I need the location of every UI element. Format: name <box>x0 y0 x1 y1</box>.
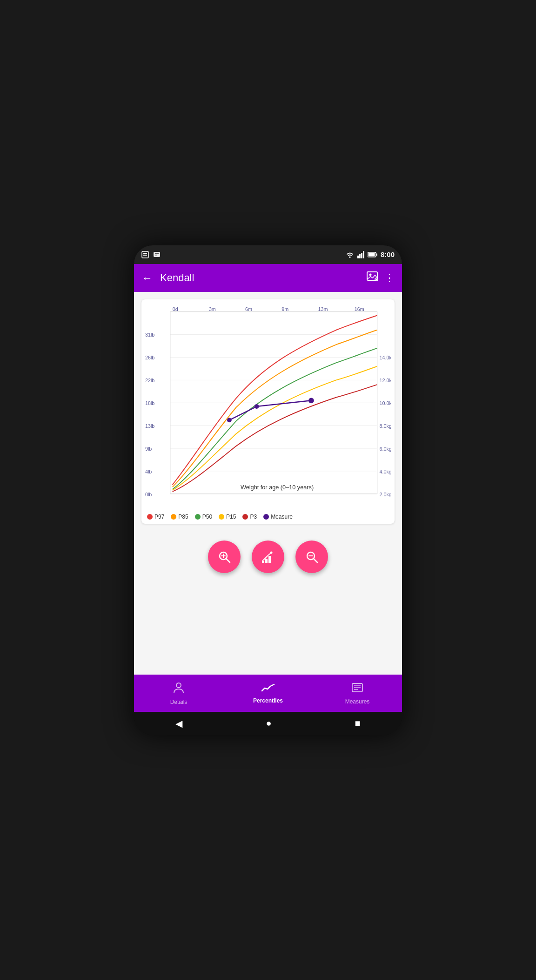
sim-icon <box>141 251 150 258</box>
status-right-icons: 8:00 <box>345 250 395 258</box>
legend-p97-dot <box>147 514 153 520</box>
svg-rect-60 <box>268 556 271 563</box>
system-home-button[interactable]: ● <box>266 718 271 729</box>
svg-rect-8 <box>359 254 361 258</box>
svg-text:18lb: 18lb <box>145 400 154 406</box>
legend-p85: P85 <box>171 514 188 520</box>
legend-p15-label: P15 <box>226 514 236 520</box>
nav-measures-icon <box>351 682 363 696</box>
legend-p85-label: P85 <box>178 514 188 520</box>
app-bar: ← Kendall ⋮ <box>134 264 402 292</box>
person-icon <box>172 681 185 694</box>
svg-text:8.0kg: 8.0kg <box>380 423 391 429</box>
wifi-icon <box>345 251 355 258</box>
svg-text:2.0kg: 2.0kg <box>380 491 391 497</box>
list-icon <box>351 682 363 694</box>
chart-legend: P97 P85 P50 P15 <box>145 510 391 520</box>
app-title: Kendall <box>160 272 359 284</box>
svg-line-55 <box>226 559 230 562</box>
legend-measure-label: Measure <box>271 514 293 520</box>
svg-rect-9 <box>361 253 362 258</box>
svg-text:6m: 6m <box>245 306 252 311</box>
svg-rect-13 <box>368 253 375 256</box>
app-bar-actions: ⋮ <box>367 271 395 284</box>
svg-rect-59 <box>265 559 268 563</box>
nav-measures[interactable]: Measures <box>313 682 402 705</box>
svg-rect-12 <box>376 253 377 256</box>
nav-details-label: Details <box>170 699 188 705</box>
svg-point-6 <box>349 257 350 258</box>
svg-rect-7 <box>357 256 359 258</box>
svg-point-65 <box>176 683 181 688</box>
legend-measure-dot <box>263 514 269 520</box>
notification-icon <box>153 251 161 258</box>
svg-rect-10 <box>363 251 364 258</box>
svg-point-15 <box>369 273 372 276</box>
svg-text:3m: 3m <box>209 306 216 311</box>
legend-p50-dot <box>195 514 201 520</box>
svg-text:12.0kg: 12.0kg <box>380 378 391 383</box>
zoom-in-fab[interactable] <box>208 541 241 573</box>
chart-type-fab[interactable] <box>252 541 284 573</box>
svg-rect-5 <box>155 255 157 256</box>
svg-text:0d: 0d <box>173 306 178 311</box>
status-bar: 8:00 <box>134 245 402 264</box>
svg-point-61 <box>270 551 273 554</box>
share-image-icon <box>367 271 379 282</box>
back-button[interactable]: ← <box>141 271 153 284</box>
fab-row <box>134 531 402 582</box>
legend-p50-label: P50 <box>202 514 212 520</box>
legend-p3-dot <box>242 514 248 520</box>
svg-rect-3 <box>154 252 160 257</box>
main-content: 0d 3m 6m 9m 13m 16m 0lb 4lb 9lb 13lb 18l… <box>134 292 402 675</box>
trend-icon <box>261 683 275 693</box>
chart-area: 0d 3m 6m 9m 13m 16m 0lb 4lb 9lb 13lb 18l… <box>145 305 391 510</box>
legend-measure: Measure <box>263 514 293 520</box>
growth-chart: 0d 3m 6m 9m 13m 16m 0lb 4lb 9lb 13lb 18l… <box>145 305 391 510</box>
svg-text:0lb: 0lb <box>145 491 152 497</box>
legend-p3: P3 <box>242 514 257 520</box>
status-time: 8:00 <box>381 250 395 258</box>
legend-p50: P50 <box>195 514 212 520</box>
legend-p85-dot <box>171 514 176 520</box>
nav-details-icon <box>172 681 185 697</box>
svg-rect-4 <box>155 253 159 254</box>
svg-point-48 <box>227 418 232 422</box>
nav-percentiles[interactable]: Percentiles <box>223 683 313 704</box>
svg-text:10.0kg: 10.0kg <box>380 400 391 406</box>
svg-text:Weight for age (0–10 years): Weight for age (0–10 years) <box>241 484 314 491</box>
legend-p15: P15 <box>219 514 236 520</box>
legend-p15-dot <box>219 514 224 520</box>
more-options-button[interactable]: ⋮ <box>384 272 395 284</box>
svg-line-63 <box>314 559 317 562</box>
svg-text:26lb: 26lb <box>145 355 154 360</box>
zoom-out-fab[interactable] <box>295 541 328 573</box>
legend-p97-label: P97 <box>154 514 164 520</box>
svg-text:14.0kg: 14.0kg <box>380 355 391 360</box>
chart-card: 0d 3m 6m 9m 13m 16m 0lb 4lb 9lb 13lb 18l… <box>141 299 395 524</box>
system-recent-button[interactable]: ■ <box>355 718 360 729</box>
nav-measures-label: Measures <box>345 698 370 705</box>
svg-text:16m: 16m <box>355 306 364 311</box>
svg-text:4lb: 4lb <box>145 468 152 474</box>
share-image-button[interactable] <box>367 271 379 284</box>
system-nav: ◀ ● ■ <box>134 712 402 735</box>
svg-text:6.0kg: 6.0kg <box>380 446 391 451</box>
svg-rect-2 <box>143 255 147 256</box>
nav-percentiles-label: Percentiles <box>253 697 283 704</box>
svg-text:22lb: 22lb <box>145 378 154 383</box>
nav-percentiles-icon <box>261 683 275 696</box>
phone-frame: 8:00 ← Kendall ⋮ <box>134 245 402 735</box>
svg-text:13m: 13m <box>318 306 328 311</box>
nav-details[interactable]: Details <box>134 681 223 705</box>
svg-text:13lb: 13lb <box>145 423 154 429</box>
legend-p97: P97 <box>147 514 164 520</box>
svg-rect-1 <box>143 253 147 254</box>
svg-text:9m: 9m <box>281 306 288 311</box>
svg-text:31lb: 31lb <box>145 332 154 338</box>
system-back-button[interactable]: ◀ <box>175 718 182 729</box>
battery-icon <box>368 252 378 257</box>
svg-text:4.0kg: 4.0kg <box>380 468 391 474</box>
bottom-nav: Details Percentiles <box>134 675 402 712</box>
signal-icon <box>357 251 365 258</box>
